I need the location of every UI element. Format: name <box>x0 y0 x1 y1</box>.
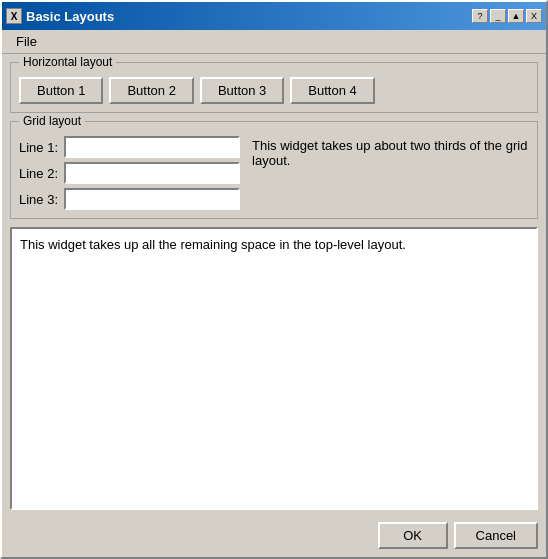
menubar: File <box>2 30 546 54</box>
window-close-button[interactable]: X <box>6 8 22 24</box>
grid-right-text: This widget takes up about two thirds of… <box>252 136 529 168</box>
button3[interactable]: Button 3 <box>200 77 284 104</box>
line3-input[interactable] <box>64 188 240 210</box>
close-button[interactable]: X <box>526 9 542 23</box>
window-title: Basic Layouts <box>26 9 114 24</box>
horizontal-group-title: Horizontal layout <box>19 55 116 69</box>
titlebar: X Basic Layouts ? _ ▲ X <box>2 2 546 30</box>
dialog-button-row: OK Cancel <box>2 518 546 557</box>
main-window: X Basic Layouts ? _ ▲ X File Horizontal … <box>0 0 548 559</box>
line1-label: Line 1: <box>19 140 58 155</box>
file-menu[interactable]: File <box>10 32 43 51</box>
content-area: Horizontal layout Button 1 Button 2 Butt… <box>2 54 546 518</box>
grid-group-title: Grid layout <box>19 114 85 128</box>
horizontal-layout: Button 1 Button 2 Button 3 Button 4 <box>19 77 529 104</box>
maximize-button[interactable]: ▲ <box>508 9 524 23</box>
grid-left-col: Line 1: Line 2: Line 3: <box>19 136 240 210</box>
line3-label: Line 3: <box>19 192 58 207</box>
button1[interactable]: Button 1 <box>19 77 103 104</box>
grid-row-1: Line 1: <box>19 136 240 158</box>
line1-input[interactable] <box>64 136 240 158</box>
titlebar-controls: ? _ ▲ X <box>472 9 542 23</box>
line2-input[interactable] <box>64 162 240 184</box>
grid-container: Line 1: Line 2: Line 3: This widget take… <box>19 136 529 210</box>
button4[interactable]: Button 4 <box>290 77 374 104</box>
remaining-space-widget: This widget takes up all the remaining s… <box>10 227 538 510</box>
minimize-button[interactable]: _ <box>490 9 506 23</box>
titlebar-left: X Basic Layouts <box>6 8 114 24</box>
line2-label: Line 2: <box>19 166 58 181</box>
ok-button[interactable]: OK <box>378 522 448 549</box>
grid-row-3: Line 3: <box>19 188 240 210</box>
button2[interactable]: Button 2 <box>109 77 193 104</box>
help-button[interactable]: ? <box>472 9 488 23</box>
grid-row-2: Line 2: <box>19 162 240 184</box>
grid-group-box: Grid layout Line 1: Line 2: Line 3: <box>10 121 538 219</box>
cancel-button[interactable]: Cancel <box>454 522 538 549</box>
horizontal-group-box: Horizontal layout Button 1 Button 2 Butt… <box>10 62 538 113</box>
